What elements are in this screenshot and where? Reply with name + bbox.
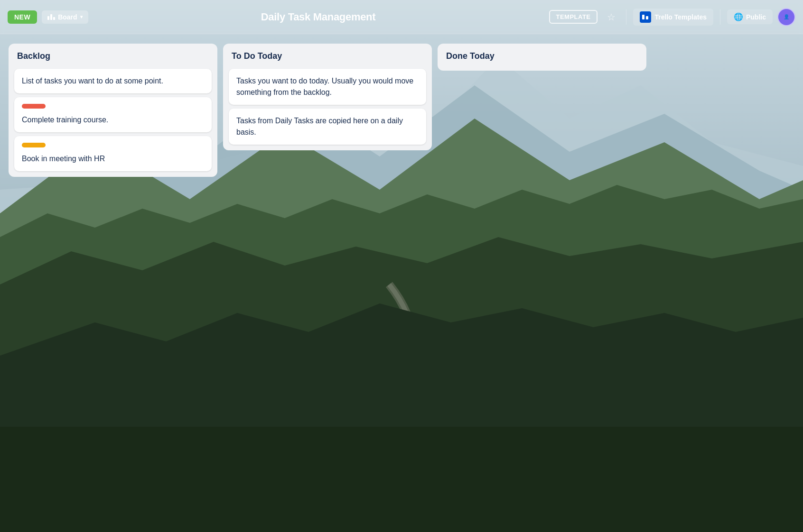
card-card-2[interactable]: Complete training course.	[14, 97, 212, 132]
public-button[interactable]: 🌐 Public	[727, 9, 773, 24]
template-button[interactable]: TEMPLATE	[549, 10, 597, 24]
separator	[626, 9, 626, 25]
new-button[interactable]: NEW	[8, 10, 37, 24]
card-label-red	[22, 104, 46, 109]
trello-logo-bar-right	[646, 16, 648, 19]
list-done-today: Done Today	[438, 44, 646, 71]
avatar-image: 👤	[784, 14, 789, 19]
card-card-3[interactable]: Book in meeting with HR	[14, 136, 212, 171]
separator-2	[720, 9, 720, 25]
board-bar-3	[53, 17, 55, 20]
chevron-down-icon: ▾	[80, 14, 83, 19]
trello-logo	[640, 11, 651, 23]
topbar: NEW Board ▾ Daily Task Management TEMPLA…	[0, 0, 803, 34]
card-text: Tasks from Daily Tasks are copied here o…	[236, 115, 419, 138]
list-backlog: BacklogList of tasks you want to do at s…	[9, 44, 217, 177]
trello-brand-button[interactable]: Trello Templates	[633, 9, 713, 26]
page-title: Daily Task Management	[93, 11, 544, 23]
card-label-orange	[22, 143, 46, 147]
list-title-done-today: Done Today	[443, 49, 641, 65]
trello-logo-bar-left	[642, 15, 644, 19]
board-icon	[47, 14, 55, 20]
card-card-4[interactable]: Tasks you want to do today. Usually you …	[229, 69, 426, 105]
board-bar-1	[47, 16, 49, 20]
board-view-button[interactable]: Board ▾	[42, 10, 88, 24]
board-label: Board	[58, 13, 77, 21]
list-title-to-do-today: To Do Today	[229, 49, 426, 65]
card-text: List of tasks you want to do at some poi…	[22, 75, 204, 87]
card-text: Book in meeting with HR	[22, 153, 204, 165]
trello-brand-text: Trello Templates	[655, 13, 707, 21]
board-area: BacklogList of tasks you want to do at s…	[0, 34, 803, 186]
card-text: Tasks you want to do today. Usually you …	[236, 75, 419, 98]
board-bar-2	[50, 14, 52, 20]
card-text: Complete training course.	[22, 114, 204, 126]
list-title-backlog: Backlog	[14, 49, 212, 65]
globe-icon: 🌐	[734, 12, 743, 21]
trello-logo-inner	[642, 15, 648, 19]
avatar[interactable]: 👤	[777, 8, 795, 26]
public-label: Public	[746, 13, 766, 21]
star-button[interactable]: ☆	[603, 9, 619, 25]
list-to-do-today: To Do TodayTasks you want to do today. U…	[223, 44, 432, 150]
card-card-5[interactable]: Tasks from Daily Tasks are copied here o…	[229, 109, 426, 145]
card-card-1[interactable]: List of tasks you want to do at some poi…	[14, 69, 212, 93]
